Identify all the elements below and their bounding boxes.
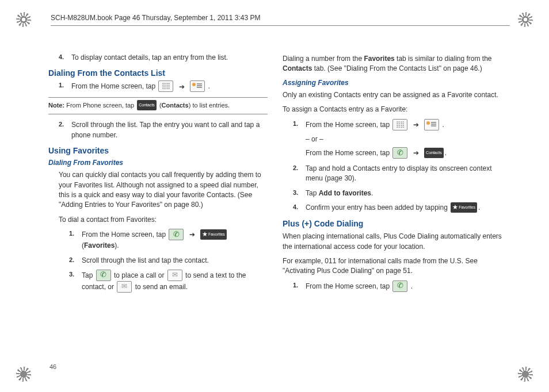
- step: 3. Tap Add to favorites.: [293, 189, 502, 198]
- paragraph: Only an existing Contacts entry can be a…: [283, 90, 502, 100]
- contacts-dark-icon: Contacts: [137, 100, 157, 110]
- bold-text: Contacts: [162, 102, 189, 109]
- step-number: 2.: [293, 164, 306, 184]
- text: From the Home screen, tap: [306, 282, 391, 290]
- text: .: [371, 189, 373, 197]
- arrow-icon: ➔: [189, 230, 195, 239]
- arrow-icon: ➔: [179, 83, 185, 91]
- header-rule: [51, 25, 510, 26]
- apps-icon: [158, 80, 173, 92]
- text: tab. (See "Dialing From the Contacts Lis…: [312, 64, 482, 72]
- or-divider: – or –: [306, 134, 502, 144]
- step-number: 1.: [59, 81, 71, 93]
- note-label: Note:: [48, 102, 64, 109]
- step: 2. Scroll through the list and tap the c…: [69, 256, 268, 266]
- arrow-icon: ➔: [413, 121, 419, 129]
- step-number: 1.: [293, 281, 306, 293]
- text: to send an email.: [135, 283, 188, 291]
- step-text: Tap Add to favorites.: [306, 189, 502, 198]
- phone-icon: [169, 229, 184, 240]
- bold-text: Favorites: [364, 55, 394, 63]
- step-number: 4.: [293, 203, 306, 213]
- text: From the Home screen, tap: [306, 121, 391, 129]
- paragraph: Dialing a number from the Favorites tab …: [283, 54, 502, 74]
- step-text: To display contact details, tap an entry…: [71, 53, 268, 63]
- envelope-icon: [117, 281, 132, 293]
- phone-icon: [392, 147, 407, 159]
- header-text: SCH-M828UM.book Page 46 Thursday, Septem…: [51, 14, 510, 22]
- step-number: 3.: [293, 189, 306, 198]
- subsection-title: Assigning Favorites: [283, 79, 502, 87]
- step-text: From the Home screen, tap ➔ ★Favorites (…: [82, 229, 268, 251]
- icon-label: Contacts: [426, 150, 442, 156]
- text: .: [445, 149, 447, 157]
- text: Tap: [82, 271, 95, 279]
- contacts-icon: [424, 119, 439, 130]
- step-text: Scroll through the list. Tap the entry y…: [71, 120, 268, 140]
- phone-icon: [96, 270, 111, 281]
- step-text: Scroll through the list and tap the cont…: [82, 256, 268, 266]
- text: .: [442, 121, 444, 129]
- text: .: [478, 203, 480, 212]
- step: 1. From the Home screen, tap ➔ ★Favorite…: [69, 229, 268, 251]
- bold-text: Contacts: [283, 64, 312, 72]
- text: to place a call or: [114, 271, 166, 279]
- step-text: Tap and hold a Contacts entry to display…: [306, 164, 502, 184]
- step: 4. To display contact details, tap an en…: [59, 53, 268, 63]
- step: 1. From the Home screen, tap ➔ . – or – …: [293, 120, 502, 159]
- contacts-icon: [190, 80, 205, 92]
- paragraph: You can quickly dial contacts you call f…: [59, 170, 268, 210]
- subsection-title: Dialing From Favorites: [48, 159, 268, 167]
- step: 1. From the Home screen, tap ➔ .: [59, 81, 268, 93]
- step-text: Confirm your entry has been added by tap…: [306, 203, 502, 213]
- apps-icon: [392, 119, 407, 130]
- gear-icon: [16, 12, 31, 27]
- text: .: [411, 282, 413, 290]
- text: tab is similar to dialing from the: [395, 55, 492, 63]
- step-text: From the Home screen, tap ➔ .: [71, 81, 268, 93]
- step-number: 2.: [69, 256, 82, 266]
- text: ).: [115, 241, 119, 249]
- favorites-dark-icon: ★Favorites: [200, 229, 227, 240]
- left-column: 4. To display contact details, tap an en…: [48, 51, 268, 298]
- text: Tap: [306, 189, 319, 197]
- section-title: Plus (+) Code Dialing: [283, 219, 502, 228]
- text: From the Home screen, tap: [82, 230, 167, 239]
- gear-icon: [16, 367, 31, 382]
- step-text: From the Home screen, tap ➔ . – or – Fro…: [306, 120, 502, 159]
- text: Dialing a number from the: [283, 55, 364, 63]
- gear-icon: [518, 367, 533, 382]
- arrow-icon: ➔: [413, 149, 419, 157]
- step-number: 3.: [69, 270, 82, 293]
- section-title: Using Favorites: [48, 146, 268, 155]
- step-number: 1.: [293, 120, 306, 159]
- step: 3. Tap to place a call or to send a text…: [69, 270, 268, 293]
- step: 2. Scroll through the list. Tap the entr…: [59, 120, 268, 140]
- text: From the Home screen, tap: [71, 83, 157, 91]
- note-box: Note: From Phone screen, tap Contacts (C…: [48, 97, 268, 114]
- phone-icon: [392, 280, 407, 292]
- text: From Phone screen, tap: [66, 102, 136, 109]
- paragraph: To dial a contact from Favorites:: [59, 215, 268, 225]
- step-text: Tap to place a call or to send a text to…: [82, 270, 268, 293]
- step: 2. Tap and hold a Contacts entry to disp…: [293, 164, 502, 184]
- step: 1. From the Home screen, tap .: [293, 281, 502, 293]
- text: ) to list entries.: [189, 102, 230, 109]
- bold-text: Favorites: [84, 241, 115, 249]
- text: Confirm your entry has been added by tap…: [306, 203, 449, 212]
- bold-text: Add to favorites: [319, 189, 371, 197]
- section-title: Dialing From the Contacts List: [48, 68, 268, 78]
- icon-label: Favorites: [459, 205, 475, 210]
- page-header: SCH-M828UM.book Page 46 Thursday, Septem…: [16, 11, 533, 28]
- gear-icon: [518, 12, 533, 27]
- paragraph: To assign a Contacts entry as a Favorite…: [283, 105, 502, 114]
- message-icon: [167, 270, 182, 281]
- step-number: 4.: [59, 53, 71, 63]
- step-number: 1.: [69, 229, 82, 251]
- text: From the Home screen, tap: [306, 149, 391, 157]
- step-text: From the Home screen, tap .: [306, 281, 502, 293]
- paragraph: For example, 011 for international calls…: [283, 256, 502, 276]
- icon-label: Favorites: [208, 232, 225, 237]
- paragraph: When placing international calls, Plus C…: [283, 232, 502, 252]
- step-number: 2.: [59, 120, 71, 140]
